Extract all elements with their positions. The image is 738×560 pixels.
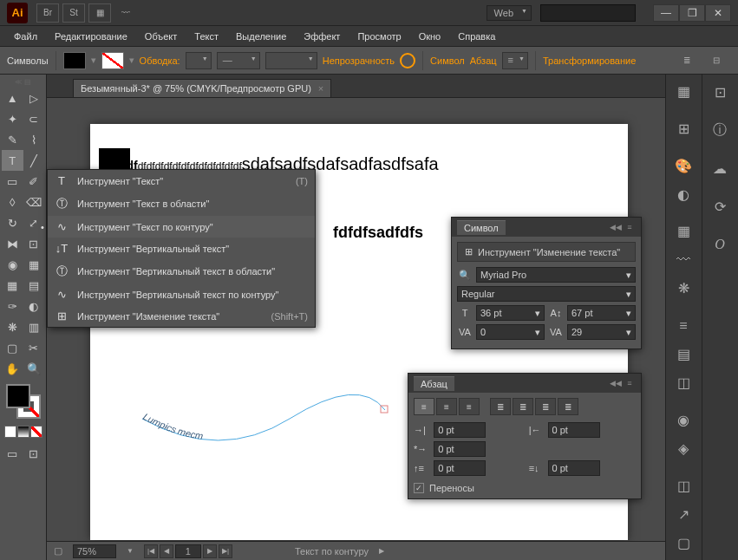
- rotate-tool[interactable]: ↻: [2, 212, 23, 233]
- paintbrush-tool[interactable]: ✐: [23, 171, 45, 192]
- menu-view[interactable]: Просмотр: [349, 28, 409, 45]
- kerning[interactable]: 0: [476, 324, 545, 340]
- fill-swatch[interactable]: [63, 52, 86, 69]
- font-size[interactable]: 36 pt: [476, 305, 545, 321]
- fly-vertical-area-type[interactable]: ⓉИнструмент "Вертикальный текст в област…: [48, 259, 315, 283]
- zoom-tool[interactable]: 🔍: [23, 358, 45, 379]
- pen-tool[interactable]: ✎: [2, 129, 23, 150]
- menu-select[interactable]: Выделение: [227, 28, 295, 45]
- crop-icon[interactable]: ⊡: [706, 78, 734, 106]
- indent-right[interactable]: 0 pt: [548, 422, 600, 438]
- menu-window[interactable]: Окно: [410, 28, 450, 45]
- mesh-tool[interactable]: ▦: [2, 275, 23, 296]
- gpu-button[interactable]: 〰: [114, 3, 137, 23]
- search-input[interactable]: [540, 4, 636, 22]
- align-left[interactable]: ≡: [414, 398, 434, 415]
- next-artboard[interactable]: ▶: [203, 544, 217, 558]
- stroke-label[interactable]: Обводка:: [140, 55, 180, 66]
- brushes-icon[interactable]: 〰: [669, 246, 697, 273]
- layers-icon[interactable]: ◫: [669, 472, 697, 499]
- space-after[interactable]: 0 pt: [548, 460, 600, 476]
- arrange-button[interactable]: ▦: [88, 3, 111, 23]
- minimize-button[interactable]: —: [653, 4, 679, 22]
- link-icon[interactable]: ⟳: [706, 192, 734, 220]
- fly-touch-type[interactable]: ⊞Инструмент "Изменение текста"(Shift+T): [48, 305, 315, 327]
- touch-type-button[interactable]: ⊞Инструмент "Изменение текста": [457, 242, 636, 262]
- fly-vertical-type[interactable]: ↓TИнструмент "Вертикальный текст": [48, 238, 315, 259]
- close-button[interactable]: ✕: [705, 4, 731, 22]
- transparency-icon[interactable]: ◫: [669, 369, 697, 396]
- panel-menu-icon[interactable]: ≣: [676, 51, 698, 70]
- shaper-tool[interactable]: ◊: [2, 192, 23, 212]
- color-icon[interactable]: 🎨: [669, 153, 697, 179]
- perspective-tool[interactable]: ▦: [23, 254, 45, 275]
- eraser-tool[interactable]: ⌫: [23, 192, 45, 212]
- maximize-button[interactable]: ❐: [679, 4, 705, 22]
- para-panel-tab[interactable]: Абзац: [414, 376, 454, 391]
- justify-left[interactable]: ≣: [490, 398, 511, 415]
- screen-mode-2[interactable]: ⊡: [23, 443, 45, 464]
- color-mode[interactable]: [4, 426, 16, 438]
- panel-menu-icon[interactable]: ≡: [624, 221, 636, 233]
- free-transform-tool[interactable]: ⊡: [23, 233, 45, 254]
- prev-artboard[interactable]: ◀: [160, 544, 173, 558]
- bridge-button[interactable]: Br: [36, 3, 59, 23]
- swatches-icon[interactable]: ▦: [669, 218, 697, 244]
- asset-export-icon[interactable]: ↗: [669, 501, 697, 528]
- hand-tool[interactable]: ✋: [2, 358, 23, 379]
- libraries-icon[interactable]: ⊞: [669, 115, 697, 142]
- para-link[interactable]: Абзац: [470, 55, 497, 66]
- graph-tool[interactable]: ▥: [23, 316, 45, 337]
- info-icon[interactable]: ⓘ: [706, 116, 734, 144]
- color-guide-icon[interactable]: ◐: [669, 181, 697, 208]
- brush-def[interactable]: [265, 52, 317, 69]
- transform-link[interactable]: Трансформирование: [543, 55, 636, 66]
- menu-file[interactable]: Файл: [5, 28, 46, 45]
- justify-center[interactable]: ≣: [513, 398, 533, 415]
- justify-all[interactable]: ≣: [558, 398, 578, 415]
- type-panel-icon[interactable]: O: [706, 231, 734, 258]
- gradient-icon[interactable]: ▤: [669, 341, 697, 368]
- stroke-width-profile[interactable]: —: [217, 52, 260, 69]
- align-center[interactable]: ≡: [436, 398, 457, 415]
- first-artboard[interactable]: |◀: [144, 544, 158, 558]
- lasso-tool[interactable]: ⊂: [23, 108, 45, 129]
- panel-menu-icon[interactable]: ≡: [624, 377, 636, 389]
- font-style[interactable]: Regular: [457, 286, 636, 302]
- blend-tool[interactable]: ◐: [23, 296, 45, 316]
- artboards-icon[interactable]: ▢: [669, 530, 697, 557]
- properties-icon[interactable]: ▦: [669, 78, 697, 105]
- cc-icon[interactable]: ☁: [706, 154, 734, 182]
- eyedropper-tool[interactable]: ✑: [2, 296, 23, 316]
- magic-wand-tool[interactable]: ✦: [2, 108, 23, 129]
- char-link[interactable]: Символ: [430, 55, 465, 66]
- stroke-swatch[interactable]: [101, 52, 124, 69]
- rectangle-tool[interactable]: ▭: [2, 171, 23, 192]
- fly-area-type[interactable]: ⓉИнструмент "Текст в области": [48, 192, 315, 216]
- leading[interactable]: 67 pt: [567, 305, 636, 321]
- symbols-icon[interactable]: ❋: [669, 275, 697, 302]
- indent-first[interactable]: 0 pt: [434, 441, 486, 457]
- zoom-field[interactable]: 75%: [73, 544, 116, 558]
- menu-edit[interactable]: Редактирование: [46, 28, 136, 45]
- fly-vertical-path-type[interactable]: ∿Инструмент "Вертикальный текст по конту…: [48, 283, 315, 305]
- screen-mode[interactable]: ▭: [2, 443, 23, 464]
- opacity-label[interactable]: Непрозрачность: [323, 55, 395, 66]
- symbol-sprayer-tool[interactable]: ❋: [2, 316, 23, 337]
- gradient-tool[interactable]: ▤: [23, 275, 45, 296]
- appearance-icon[interactable]: ◉: [669, 407, 697, 433]
- graphic-styles-icon[interactable]: ◈: [669, 435, 697, 462]
- artboard-num[interactable]: 1: [175, 544, 201, 558]
- space-before[interactable]: 0 pt: [434, 460, 486, 476]
- width-tool[interactable]: ⧓: [2, 233, 23, 254]
- panel-collapse-icon[interactable]: ◀◀: [610, 221, 622, 233]
- panel-collapse-icon[interactable]: ⊟: [705, 51, 728, 70]
- stroke-icon[interactable]: ≡: [669, 312, 697, 339]
- artboard-tool[interactable]: ▢: [2, 337, 23, 358]
- justify-right[interactable]: ≣: [535, 398, 556, 415]
- fill-stroke-indicator[interactable]: [6, 384, 41, 419]
- menu-type[interactable]: Текст: [186, 28, 227, 45]
- tracking[interactable]: 29: [567, 324, 636, 340]
- panel-collapse-icon[interactable]: ◀◀: [610, 377, 622, 389]
- close-tab-icon[interactable]: ×: [318, 83, 323, 94]
